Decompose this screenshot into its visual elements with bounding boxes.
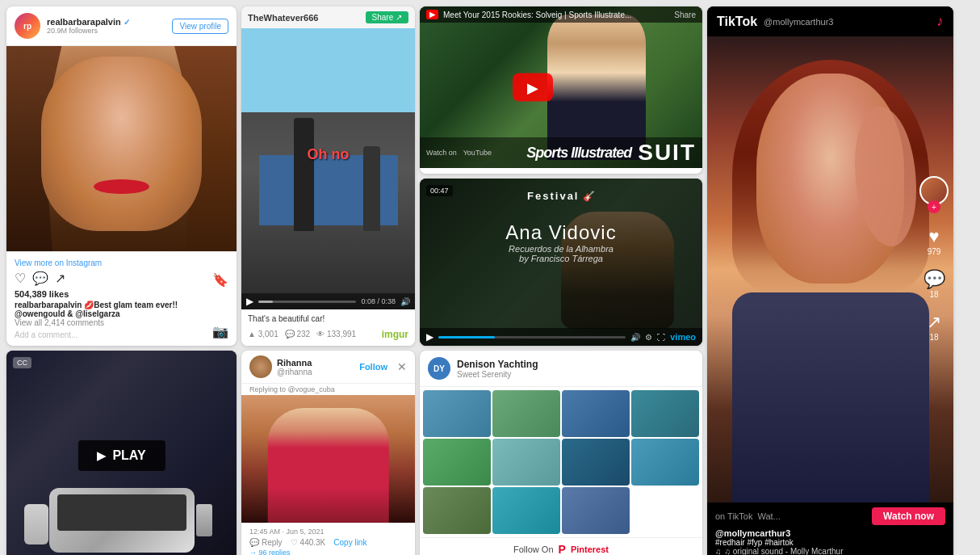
instagram-user-info: realbarbarapalvin ✓ 20.9M followers <box>47 17 165 35</box>
pinterest-image-4 <box>423 439 491 486</box>
twitter-like-action[interactable]: ♡ 440.3K <box>291 538 326 547</box>
pinterest-brand-info: Denison Yachting Sweet Serenity <box>457 359 538 379</box>
tiktok-like-action[interactable]: ♥ 979 <box>928 226 941 256</box>
instagram-comments-link[interactable]: View all 2,414 comments <box>15 318 228 327</box>
vimeo-subtitle: Recuerdos de la Alhambra <box>448 244 674 254</box>
tiktok-like-count: 979 <box>928 247 941 256</box>
bookmark-icon[interactable]: 🔖 <box>212 272 228 288</box>
youtube-label: YouTube <box>463 149 492 157</box>
tiktok-watch-row: on TikTok Wat... Watch now <box>715 507 945 525</box>
tiktok-profile-action[interactable]: + <box>919 176 949 213</box>
tiktok-follow-badge[interactable]: + <box>928 200 940 213</box>
vimeo-play-button[interactable]: ▶ <box>426 331 433 343</box>
youtube-title: Meet Your 2015 Rookies: Solveig | Sports… <box>443 11 669 19</box>
twitter-user-info: Rihanna @rihanna <box>277 358 312 376</box>
imgur-share-button[interactable]: Share ↗ <box>366 11 408 23</box>
pinterest-platform-name: Pinterest <box>571 544 609 554</box>
vimeo-volume-icon[interactable]: 🔊 <box>630 333 640 342</box>
instagram-caption: realbarbarapalvin 💋Best glam team ever!!… <box>15 301 228 318</box>
pinterest-image-0 <box>423 390 491 437</box>
twitter-reply-action[interactable]: 💬 Reply <box>249 538 283 547</box>
imgur-stats: ▲ 3,001 💬 232 👁 133,991 imgur <box>248 326 408 341</box>
instagram-followers: 20.9M followers <box>47 27 165 35</box>
imgur-timecode: 0:08 / 0:38 <box>361 297 396 305</box>
youtube-video-area: ▶ Meet Your 2015 Rookies: Solveig | Spor… <box>420 6 702 168</box>
pinterest-image-1 <box>492 390 560 437</box>
imgur-username: TheWhatever666 <box>248 13 318 23</box>
play-device-screen <box>57 494 186 531</box>
youtube-play-button[interactable]: ▶ <box>513 74 553 102</box>
twitter-replies-link[interactable]: → 96 replies <box>249 549 407 555</box>
play-usb <box>196 504 212 536</box>
youtube-logo: ▶ <box>426 10 438 19</box>
imgur-video-area: Oh no ▶ 0:08 / 0:38 🔊 <box>241 28 415 309</box>
imgur-progress-bar[interactable] <box>258 301 356 303</box>
instagram-header: rp realbarbarapalvin ✓ 20.9M followers V… <box>6 6 237 46</box>
pinterest-brand-logo: DY <box>428 357 450 380</box>
reply-count: Reply <box>262 538 283 547</box>
instagram-username: realbarbarapalvin ✓ <box>47 17 165 27</box>
vimeo-progress-bar[interactable] <box>438 336 626 338</box>
center-column: ▶ Meet Your 2015 Rookies: Solveig | Spor… <box>420 6 702 346</box>
play-device <box>49 488 195 553</box>
vimeo-duration: 00:47 <box>426 185 453 196</box>
twitter-footer: 12:45 AM · Jun 5, 2021 💬 Reply ♡ 440.3K … <box>241 523 415 555</box>
twitter-copy-link[interactable]: Copy link <box>333 538 366 547</box>
tiktok-share-action[interactable]: ↗ 18 <box>927 312 941 342</box>
tiktok-username: @mollymcarthur3 <box>715 528 945 538</box>
pinterest-footer: Follow On P Pinterest <box>420 537 702 555</box>
youtube-share[interactable]: Share <box>674 11 696 19</box>
verified-icon: ✓ <box>124 18 130 27</box>
twitter-avatar <box>249 355 272 378</box>
tiktok-like-icon: ♥ <box>928 226 941 247</box>
tiktok-share-icon: ↗ <box>927 312 941 333</box>
instagram-card: rp realbarbarapalvin ✓ 20.9M followers V… <box>6 6 237 346</box>
imgur-header: TheWhatever666 Share ↗ <box>241 6 415 28</box>
view-profile-button[interactable]: View profile <box>172 19 228 34</box>
play-charger <box>24 504 48 544</box>
pinterest-image-grid <box>420 387 702 537</box>
tiktok-bottom: on TikTok Wat... Watch now @mollymcarthu… <box>707 502 953 555</box>
tiktok-watch-now-button[interactable]: Watch now <box>872 507 945 525</box>
play-video-card: CC ▶ PLAY <box>6 351 237 555</box>
vimeo-fullscreen-icon[interactable]: ⛶ <box>657 333 665 342</box>
add-comment-input[interactable]: Add a comment... <box>15 330 228 339</box>
comment-icon[interactable]: 💬 <box>32 271 48 286</box>
vimeo-logo: vimeo <box>670 332 696 342</box>
vimeo-artist-info: Ana Vidovic Recuerdos de la Alhambra by … <box>448 221 674 263</box>
tiktok-comment-count: 18 <box>923 290 945 299</box>
imgur-volume-icon[interactable]: 🔊 <box>400 297 410 306</box>
share-icon[interactable]: ↗ <box>55 271 65 286</box>
pinterest-logo-p: P <box>559 543 566 555</box>
tiktok-video-area: + ♥ 979 💬 18 ↗ 18 <box>707 36 953 502</box>
imgur-footer: That's a beautiful car! ▲ 3,001 💬 232 👁 … <box>241 309 415 346</box>
imgur-play-button[interactable]: ▶ <box>246 296 253 307</box>
play-cc-badge: CC <box>13 357 31 368</box>
pinterest-image-11 <box>631 487 699 534</box>
twitter-handle: @rihanna <box>277 368 312 376</box>
festival-text: Festival <box>527 190 579 202</box>
pinterest-image-10 <box>562 487 630 534</box>
view-more-link[interactable]: View more on Instagram <box>15 259 228 267</box>
like-icon[interactable]: ♡ <box>15 271 26 286</box>
tiktok-comment-action[interactable]: 💬 18 <box>923 269 945 299</box>
twitter-likes: 440.3K <box>300 538 326 547</box>
play-button[interactable]: ▶ PLAY <box>77 440 165 471</box>
youtube-bottom-bar: Watch on YouTube Sports Illustrated SUIT <box>420 137 702 168</box>
tiktok-side-actions: + ♥ 979 💬 18 ↗ 18 <box>919 176 949 342</box>
imgur-upvotes: ▲ 3,001 <box>248 330 279 338</box>
imgur-caption: That's a beautiful car! <box>248 314 408 323</box>
tiktok-watch-text: Wat... <box>757 511 780 521</box>
youtube-top-bar: ▶ Meet Your 2015 Rookies: Solveig | Spor… <box>420 6 702 23</box>
play-triangle-icon: ▶ <box>97 449 106 462</box>
watch-on-label: Watch on <box>426 149 457 157</box>
vimeo-card: Festival 🎸 Ana Vidovic Recuerdos de la A… <box>420 179 702 346</box>
tiktok-logo-icon: ♪ <box>936 13 944 30</box>
twitter-close-button[interactable]: ✕ <box>397 360 407 373</box>
imgur-logo: imgur <box>382 326 408 341</box>
tiktok-platform-name: TikTok <box>717 15 757 29</box>
vimeo-video-area: Festival 🎸 Ana Vidovic Recuerdos de la A… <box>420 179 702 346</box>
vimeo-settings-icon[interactable]: ⚙ <box>645 333 652 342</box>
twitter-username: Rihanna <box>277 358 312 368</box>
twitter-follow-button[interactable]: Follow <box>359 362 387 372</box>
